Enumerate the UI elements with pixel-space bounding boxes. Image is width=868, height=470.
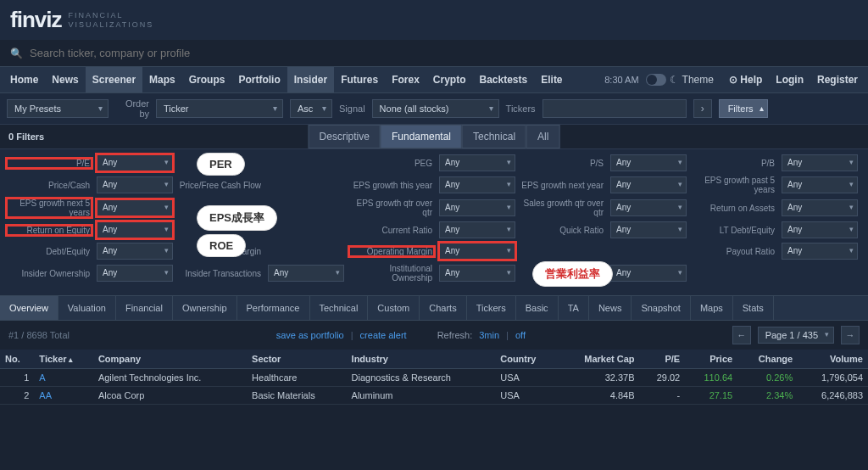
- sel-peg[interactable]: Any: [439, 154, 515, 171]
- lbl-current: Current Ratio: [349, 226, 434, 235]
- vtab-overview[interactable]: Overview: [0, 296, 58, 320]
- lbl-peg: PEG: [349, 159, 434, 168]
- vtab-custom[interactable]: Custom: [368, 296, 420, 320]
- vtab-snapshot[interactable]: Snapshot: [632, 296, 690, 320]
- sel-instrans[interactable]: Any: [268, 265, 344, 282]
- vtab-stats[interactable]: Stats: [733, 296, 774, 320]
- search-input[interactable]: [30, 47, 284, 59]
- nav-home[interactable]: Home: [3, 67, 45, 92]
- th-no[interactable]: No.: [0, 350, 34, 369]
- nav-help[interactable]: ⊙ Help: [722, 67, 769, 92]
- table-row[interactable]: 2AAAlcoa CorpBasic MaterialsAluminumUSA4…: [0, 387, 868, 405]
- tickers-input[interactable]: [542, 99, 687, 118]
- th-price[interactable]: Price: [685, 350, 737, 369]
- sel-eps-past5[interactable]: Any: [782, 176, 858, 193]
- presets-select[interactable]: My Presets: [7, 99, 108, 118]
- nav-elite[interactable]: Elite: [534, 67, 569, 92]
- vtab-maps[interactable]: Maps: [691, 296, 733, 320]
- sel-pricecash[interactable]: Any: [97, 176, 173, 193]
- nav-insider[interactable]: Insider: [287, 67, 334, 92]
- nav-portfolio[interactable]: Portfolio: [231, 67, 287, 92]
- th-change[interactable]: Change: [737, 350, 798, 369]
- vtab-ownership[interactable]: Ownership: [173, 296, 237, 320]
- vtab-technical[interactable]: Technical: [310, 296, 369, 320]
- th-mcap[interactable]: Market Cap: [558, 350, 640, 369]
- filters-toggle-button[interactable]: Filters: [719, 99, 768, 118]
- vtab-news[interactable]: News: [589, 296, 632, 320]
- logo-bar: finviz FINANCIALVISUALIZATIONS: [0, 0, 868, 40]
- sel-pb[interactable]: Any: [782, 154, 858, 171]
- sel-insown[interactable]: Any: [97, 265, 173, 282]
- lbl-pfcf: Price/Free Cash Flow: [178, 181, 263, 190]
- vtab-financial[interactable]: Financial: [116, 296, 173, 320]
- signal-select[interactable]: None (all stocks): [372, 99, 499, 118]
- th-company[interactable]: Company: [93, 350, 247, 369]
- tickers-go-button[interactable]: ›: [693, 99, 712, 118]
- vtab-performance[interactable]: Performance: [237, 296, 310, 320]
- th-pe[interactable]: P/E: [640, 350, 686, 369]
- lbl-eps-past5: EPS growth past 5 years: [692, 176, 776, 194]
- sel-eps-year[interactable]: Any: [439, 176, 515, 193]
- sel-roa[interactable]: Any: [782, 199, 858, 216]
- direction-select[interactable]: Asc: [290, 99, 332, 118]
- vtab-tickers[interactable]: Tickers: [467, 296, 516, 320]
- vtab-basic[interactable]: Basic: [516, 296, 559, 320]
- page-select[interactable]: Page 1 / 435: [758, 327, 834, 344]
- refresh-value[interactable]: 3min: [479, 330, 499, 340]
- th-industry[interactable]: Industry: [347, 350, 496, 369]
- th-volume[interactable]: Volume: [798, 350, 868, 369]
- sel-debteq[interactable]: Any: [97, 243, 173, 260]
- sel-ltdebt[interactable]: Any: [782, 221, 858, 238]
- tab-technical[interactable]: Technical: [462, 125, 526, 148]
- nav-forex[interactable]: Forex: [385, 67, 426, 92]
- nav-backtests[interactable]: Backtests: [473, 67, 535, 92]
- sel-opmargin[interactable]: Any: [439, 243, 515, 260]
- refresh-off[interactable]: off: [515, 330, 526, 340]
- nav-register[interactable]: Register: [810, 67, 865, 92]
- sel-pe[interactable]: Any: [97, 154, 173, 171]
- sel-ps[interactable]: Any: [610, 154, 687, 171]
- orderby-label: Order by: [115, 98, 149, 119]
- vtab-ta[interactable]: TA: [559, 296, 589, 320]
- nav-login[interactable]: Login: [769, 67, 810, 92]
- nav-crypto[interactable]: Crypto: [426, 67, 473, 92]
- page-prev-button[interactable]: ←: [732, 326, 751, 344]
- lbl-pe: P/E: [7, 159, 92, 168]
- sel-quick[interactable]: Any: [610, 221, 687, 238]
- sel-instown[interactable]: Any: [439, 265, 515, 282]
- lbl-pb: P/B: [692, 159, 776, 168]
- nav-maps[interactable]: Maps: [142, 67, 182, 92]
- annotation-opmargin: 営業利益率: [532, 261, 613, 287]
- nav-groups[interactable]: Groups: [182, 67, 232, 92]
- sel-insttrans[interactable]: Any: [610, 265, 687, 282]
- save-portfolio-link[interactable]: save as portfolio: [276, 330, 344, 340]
- th-sector[interactable]: Sector: [247, 350, 347, 369]
- tab-fundamental[interactable]: Fundamental: [381, 125, 462, 148]
- create-alert-link[interactable]: create alert: [360, 330, 407, 340]
- tab-descriptive[interactable]: Descriptive: [309, 125, 381, 148]
- sel-current[interactable]: Any: [439, 221, 515, 238]
- sel-sales-qtr[interactable]: Any: [610, 199, 687, 216]
- logo[interactable]: finviz: [10, 7, 61, 33]
- sel-eps-next5[interactable]: Any: [97, 199, 173, 216]
- lbl-debteq: Debt/Equity: [7, 247, 92, 256]
- page-next-button[interactable]: →: [841, 326, 860, 344]
- nav-news[interactable]: News: [45, 67, 85, 92]
- sel-eps-qtr[interactable]: Any: [439, 199, 515, 216]
- table-row[interactable]: 1AAgilent Technologies Inc.HealthcareDia…: [0, 369, 868, 387]
- vtab-charts[interactable]: Charts: [420, 296, 466, 320]
- th-country[interactable]: Country: [495, 350, 558, 369]
- sel-payout[interactable]: Any: [782, 243, 858, 260]
- nav-futures[interactable]: Futures: [334, 67, 385, 92]
- view-tabs: Overview Valuation Financial Ownership P…: [0, 295, 868, 321]
- vtab-valuation[interactable]: Valuation: [58, 296, 116, 320]
- tab-all[interactable]: All: [526, 125, 559, 148]
- sel-eps-next[interactable]: Any: [610, 176, 687, 193]
- logo-subtitle: FINANCIALVISUALIZATIONS: [68, 11, 153, 30]
- orderby-select[interactable]: Ticker: [156, 99, 283, 118]
- th-ticker[interactable]: Ticker▴: [34, 350, 93, 369]
- nav-screener[interactable]: Screener: [86, 67, 142, 92]
- sel-roe[interactable]: Any: [97, 221, 173, 238]
- lbl-insown: Insider Ownership: [7, 269, 92, 278]
- theme-toggle[interactable]: ☾ Theme: [646, 74, 714, 86]
